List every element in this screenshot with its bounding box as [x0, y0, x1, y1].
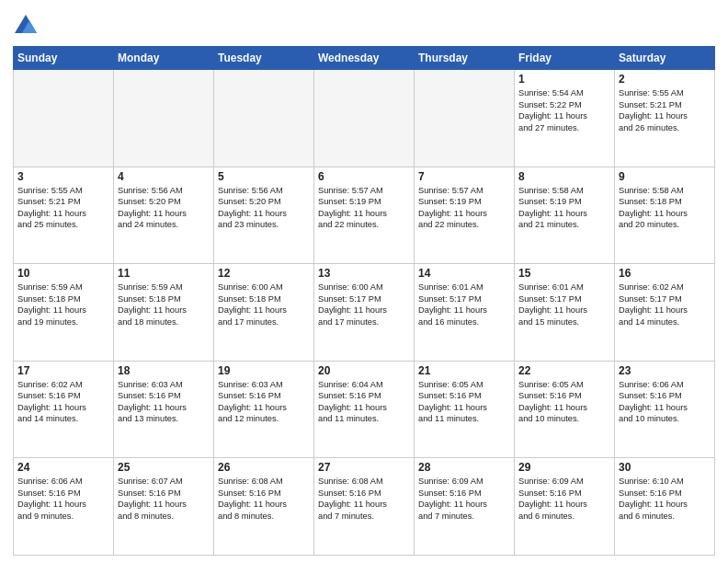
calendar-cell: 12Sunrise: 6:00 AM Sunset: 5:18 PM Dayli…: [214, 264, 314, 362]
calendar-day-header: Sunday: [14, 47, 114, 70]
day-info: Sunrise: 6:00 AM Sunset: 5:18 PM Dayligh…: [218, 282, 310, 327]
day-number: 17: [17, 364, 109, 377]
calendar-cell: 1Sunrise: 5:54 AM Sunset: 5:22 PM Daylig…: [515, 70, 615, 167]
day-info: Sunrise: 5:56 AM Sunset: 5:20 PM Dayligh…: [218, 185, 310, 231]
calendar-cell: 23Sunrise: 6:06 AM Sunset: 5:16 PM Dayli…: [615, 361, 715, 458]
day-number: 8: [518, 170, 610, 183]
day-info: Sunrise: 6:08 AM Sunset: 5:16 PM Dayligh…: [218, 476, 310, 522]
calendar-cell: 25Sunrise: 6:07 AM Sunset: 5:16 PM Dayli…: [114, 458, 214, 556]
calendar-cell: 6Sunrise: 5:57 AM Sunset: 5:19 PM Daylig…: [314, 167, 415, 264]
logo-icon: [13, 13, 39, 39]
day-number: 19: [218, 364, 310, 377]
day-number: 9: [619, 170, 711, 183]
calendar-week-row: 1Sunrise: 5:54 AM Sunset: 5:22 PM Daylig…: [14, 70, 715, 167]
day-info: Sunrise: 6:01 AM Sunset: 5:17 PM Dayligh…: [518, 282, 610, 327]
day-info: Sunrise: 5:55 AM Sunset: 5:21 PM Dayligh…: [619, 87, 711, 133]
day-number: 30: [619, 461, 711, 474]
calendar-cell: 30Sunrise: 6:10 AM Sunset: 5:16 PM Dayli…: [615, 458, 715, 556]
day-number: 21: [418, 364, 510, 377]
day-info: Sunrise: 6:08 AM Sunset: 5:16 PM Dayligh…: [318, 476, 410, 522]
day-info: Sunrise: 6:02 AM Sunset: 5:16 PM Dayligh…: [17, 379, 109, 425]
day-info: Sunrise: 5:56 AM Sunset: 5:20 PM Dayligh…: [118, 185, 210, 231]
day-number: 18: [118, 364, 210, 377]
calendar-cell: [415, 70, 515, 167]
day-number: 28: [418, 461, 510, 474]
calendar-cell: 11Sunrise: 5:59 AM Sunset: 5:18 PM Dayli…: [114, 264, 214, 362]
calendar-cell: 19Sunrise: 6:03 AM Sunset: 5:16 PM Dayli…: [214, 361, 314, 458]
calendar-day-header: Wednesday: [314, 47, 415, 70]
day-info: Sunrise: 6:00 AM Sunset: 5:17 PM Dayligh…: [318, 282, 410, 327]
calendar-week-row: 17Sunrise: 6:02 AM Sunset: 5:16 PM Dayli…: [14, 361, 715, 458]
calendar-cell: 16Sunrise: 6:02 AM Sunset: 5:17 PM Dayli…: [615, 264, 715, 362]
calendar-table: SundayMondayTuesdayWednesdayThursdayFrid…: [13, 46, 715, 556]
calendar-cell: 29Sunrise: 6:09 AM Sunset: 5:16 PM Dayli…: [515, 458, 615, 556]
calendar-cell: 24Sunrise: 6:06 AM Sunset: 5:16 PM Dayli…: [14, 458, 114, 556]
calendar-cell: 8Sunrise: 5:58 AM Sunset: 5:19 PM Daylig…: [515, 167, 615, 264]
calendar-day-header: Friday: [515, 47, 615, 70]
calendar-day-header: Monday: [114, 47, 214, 70]
day-number: 4: [118, 170, 210, 183]
calendar-cell: 9Sunrise: 5:58 AM Sunset: 5:18 PM Daylig…: [615, 167, 715, 264]
day-number: 6: [318, 170, 410, 183]
day-number: 13: [318, 267, 410, 280]
day-number: 10: [17, 267, 109, 280]
day-info: Sunrise: 5:55 AM Sunset: 5:21 PM Dayligh…: [17, 185, 109, 231]
day-info: Sunrise: 6:01 AM Sunset: 5:17 PM Dayligh…: [418, 282, 510, 327]
day-info: Sunrise: 6:09 AM Sunset: 5:16 PM Dayligh…: [518, 476, 610, 522]
calendar-cell: [114, 70, 214, 167]
calendar-week-row: 10Sunrise: 5:59 AM Sunset: 5:18 PM Dayli…: [14, 264, 715, 362]
day-info: Sunrise: 6:03 AM Sunset: 5:16 PM Dayligh…: [118, 379, 210, 425]
day-number: 29: [518, 461, 610, 474]
day-number: 3: [17, 170, 109, 183]
day-number: 15: [518, 267, 610, 280]
day-info: Sunrise: 6:07 AM Sunset: 5:16 PM Dayligh…: [118, 476, 210, 522]
calendar-cell: 2Sunrise: 5:55 AM Sunset: 5:21 PM Daylig…: [615, 70, 715, 167]
calendar-cell: 4Sunrise: 5:56 AM Sunset: 5:20 PM Daylig…: [114, 167, 214, 264]
day-number: 24: [17, 461, 109, 474]
day-number: 16: [619, 267, 711, 280]
day-number: 20: [318, 364, 410, 377]
calendar-cell: 7Sunrise: 5:57 AM Sunset: 5:19 PM Daylig…: [415, 167, 515, 264]
day-info: Sunrise: 6:06 AM Sunset: 5:16 PM Dayligh…: [619, 379, 711, 425]
day-info: Sunrise: 5:54 AM Sunset: 5:22 PM Dayligh…: [518, 87, 610, 133]
calendar-cell: 26Sunrise: 6:08 AM Sunset: 5:16 PM Dayli…: [214, 458, 314, 556]
day-info: Sunrise: 5:58 AM Sunset: 5:19 PM Dayligh…: [518, 185, 610, 231]
day-info: Sunrise: 6:06 AM Sunset: 5:16 PM Dayligh…: [17, 476, 109, 522]
calendar-cell: 15Sunrise: 6:01 AM Sunset: 5:17 PM Dayli…: [515, 264, 615, 362]
calendar-cell: 10Sunrise: 5:59 AM Sunset: 5:18 PM Dayli…: [14, 264, 114, 362]
header: [13, 9, 715, 39]
day-info: Sunrise: 6:04 AM Sunset: 5:16 PM Dayligh…: [318, 379, 410, 425]
page-container: SundayMondayTuesdayWednesdayThursdayFrid…: [0, 0, 728, 563]
calendar-cell: 13Sunrise: 6:00 AM Sunset: 5:17 PM Dayli…: [314, 264, 415, 362]
day-info: Sunrise: 6:02 AM Sunset: 5:17 PM Dayligh…: [619, 282, 711, 327]
calendar-cell: 21Sunrise: 6:05 AM Sunset: 5:16 PM Dayli…: [415, 361, 515, 458]
day-info: Sunrise: 5:59 AM Sunset: 5:18 PM Dayligh…: [17, 282, 109, 327]
day-info: Sunrise: 5:58 AM Sunset: 5:18 PM Dayligh…: [619, 185, 711, 231]
calendar-cell: 20Sunrise: 6:04 AM Sunset: 5:16 PM Dayli…: [314, 361, 415, 458]
calendar-day-header: Thursday: [415, 47, 515, 70]
day-number: 23: [619, 364, 711, 377]
calendar-week-row: 3Sunrise: 5:55 AM Sunset: 5:21 PM Daylig…: [14, 167, 715, 264]
day-number: 12: [218, 267, 310, 280]
calendar-cell: [214, 70, 314, 167]
calendar-cell: 14Sunrise: 6:01 AM Sunset: 5:17 PM Dayli…: [415, 264, 515, 362]
calendar-cell: [14, 70, 114, 167]
day-number: 26: [218, 461, 310, 474]
calendar-cell: 18Sunrise: 6:03 AM Sunset: 5:16 PM Dayli…: [114, 361, 214, 458]
day-info: Sunrise: 6:09 AM Sunset: 5:16 PM Dayligh…: [418, 476, 510, 522]
calendar-cell: 28Sunrise: 6:09 AM Sunset: 5:16 PM Dayli…: [415, 458, 515, 556]
calendar-cell: 22Sunrise: 6:05 AM Sunset: 5:16 PM Dayli…: [515, 361, 615, 458]
day-number: 27: [318, 461, 410, 474]
calendar-header-row: SundayMondayTuesdayWednesdayThursdayFrid…: [14, 47, 715, 70]
day-number: 11: [118, 267, 210, 280]
calendar-cell: [314, 70, 415, 167]
calendar-cell: 3Sunrise: 5:55 AM Sunset: 5:21 PM Daylig…: [14, 167, 114, 264]
day-info: Sunrise: 5:57 AM Sunset: 5:19 PM Dayligh…: [318, 185, 410, 231]
calendar-cell: 17Sunrise: 6:02 AM Sunset: 5:16 PM Dayli…: [14, 361, 114, 458]
day-number: 1: [518, 73, 610, 86]
calendar-day-header: Tuesday: [214, 47, 314, 70]
day-info: Sunrise: 6:03 AM Sunset: 5:16 PM Dayligh…: [218, 379, 310, 425]
day-number: 22: [518, 364, 610, 377]
day-info: Sunrise: 6:10 AM Sunset: 5:16 PM Dayligh…: [619, 476, 711, 522]
day-number: 25: [118, 461, 210, 474]
